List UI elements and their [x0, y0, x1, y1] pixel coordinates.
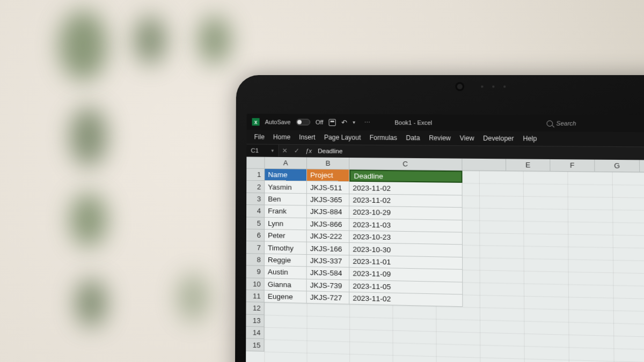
cell-C2[interactable]: 2023-11-02 — [349, 182, 462, 195]
cell-B5[interactable]: JKJS-866 — [307, 218, 349, 231]
cell-A6[interactable]: Peter — [265, 230, 307, 242]
select-all-corner[interactable] — [246, 157, 265, 168]
cell-B9[interactable]: JKJS-584 — [307, 267, 350, 280]
tab-page-layout[interactable]: Page Layout — [324, 134, 361, 142]
excel-logo-icon — [252, 118, 260, 125]
col-header-F[interactable]: F — [550, 159, 595, 172]
search-icon — [547, 120, 553, 126]
col-header-D[interactable] — [462, 159, 506, 171]
cell-A2[interactable]: Yasmin — [265, 181, 307, 194]
row-header-3[interactable]: 3 — [246, 193, 265, 205]
cell-C11[interactable]: 2023-11-02 — [349, 292, 463, 307]
cell-A11[interactable]: Eugene — [265, 291, 307, 304]
cell-C4[interactable]: 2023-10-29 — [349, 206, 463, 220]
col-header-B[interactable]: B — [307, 157, 349, 169]
row-header-10[interactable]: 10 — [246, 278, 265, 290]
laptop: AutoSave Off ↶ ▾ ⋯ Book1 - Excel Search … — [235, 75, 644, 362]
col-header-G[interactable]: G — [595, 160, 640, 173]
row-header-9[interactable]: 9 — [246, 265, 265, 278]
cell-B6[interactable]: JKJS-222 — [307, 230, 349, 243]
cell-B10[interactable]: JKJS-739 — [307, 279, 350, 292]
row-header-11[interactable]: 11 — [246, 290, 265, 302]
undo-dropdown-icon[interactable]: ▾ — [353, 120, 355, 125]
cell-B4[interactable]: JKJS-884 — [307, 206, 349, 219]
undo-icon[interactable]: ↶ — [341, 118, 347, 126]
tab-data[interactable]: Data — [406, 134, 420, 142]
row-header-13[interactable]: 13 — [246, 314, 264, 327]
webcam — [457, 84, 463, 89]
cells: Name Project Deadline YasminJKJS-5112023… — [265, 169, 463, 307]
autosave-label: AutoSave — [265, 119, 291, 125]
cell-B3[interactable]: JKJS-365 — [307, 194, 349, 206]
document-title: Book1 - Excel — [394, 119, 432, 126]
row-header-5[interactable]: 5 — [246, 217, 265, 230]
row-headers: 123456789101112131415 — [246, 169, 265, 352]
row-header-15[interactable]: 15 — [246, 339, 264, 352]
col-header-C[interactable]: C — [349, 158, 462, 171]
screen: AutoSave Off ↶ ▾ ⋯ Book1 - Excel Search … — [246, 114, 644, 362]
cell-B8[interactable]: JKJS-337 — [307, 255, 349, 268]
cell-C6[interactable]: 2023-10-23 — [349, 231, 463, 245]
title-bar: AutoSave Off ↶ ▾ ⋯ Book1 - Excel Search — [247, 114, 644, 132]
row-header-2[interactable]: 2 — [246, 181, 265, 193]
cell-A9[interactable]: Austin — [265, 266, 307, 279]
fx-icon[interactable]: ƒx — [303, 147, 314, 154]
cell-B1[interactable]: Project — [307, 169, 349, 182]
cell-B2[interactable]: JKJS-511 — [307, 181, 349, 194]
save-icon[interactable] — [329, 119, 336, 125]
formula-value[interactable]: Deadline — [314, 147, 342, 154]
cell-A5[interactable]: Lynn — [265, 217, 307, 230]
qat-overflow-icon[interactable]: ⋯ — [364, 119, 370, 126]
row-header-8[interactable]: 8 — [246, 254, 265, 266]
tab-review[interactable]: Review — [429, 134, 451, 142]
cell-B7[interactable]: JKJS-166 — [307, 242, 349, 255]
tab-file[interactable]: File — [254, 133, 264, 141]
tab-developer[interactable]: Developer — [483, 135, 514, 143]
laptop-bezel: AutoSave Off ↶ ▾ ⋯ Book1 - Excel Search … — [235, 75, 644, 362]
cell-C3[interactable]: 2023-11-02 — [349, 194, 463, 208]
cell-A10[interactable]: Gianna — [265, 278, 307, 291]
cell-A7[interactable]: Timothy — [265, 242, 307, 255]
tab-insert[interactable]: Insert — [299, 134, 315, 141]
tab-help[interactable]: Help — [523, 135, 537, 143]
enter-icon[interactable]: ✓ — [291, 147, 303, 154]
cell-A4[interactable]: Frank — [265, 205, 307, 218]
row-header-12[interactable]: 12 — [246, 302, 264, 315]
cell-A1[interactable]: Name — [265, 169, 307, 181]
row-header-14[interactable]: 14 — [246, 327, 264, 339]
row-header-1[interactable]: 1 — [246, 169, 265, 181]
cell-C5[interactable]: 2023-11-03 — [349, 219, 463, 233]
col-header-H[interactable]: H — [640, 160, 644, 173]
col-header-A[interactable]: A — [265, 157, 307, 169]
cancel-icon[interactable]: ✕ — [279, 147, 291, 154]
tab-formulas[interactable]: Formulas — [370, 134, 397, 142]
cell-C1[interactable]: Deadline — [349, 169, 462, 183]
cell-B11[interactable]: JKJS-727 — [307, 291, 350, 305]
row-header-6[interactable]: 6 — [246, 230, 265, 242]
autosave-state: Off — [316, 119, 324, 125]
cell-A8[interactable]: Reggie — [265, 254, 307, 267]
autosave-toggle[interactable] — [296, 119, 310, 125]
name-box[interactable]: C1▾ — [246, 144, 279, 157]
search-box[interactable]: Search — [547, 120, 576, 127]
tab-view[interactable]: View — [460, 135, 474, 143]
row-header-4[interactable]: 4 — [246, 205, 265, 217]
search-placeholder: Search — [557, 120, 576, 127]
row-header-7[interactable]: 7 — [246, 241, 265, 254]
tab-home[interactable]: Home — [273, 134, 290, 141]
cell-A3[interactable]: Ben — [265, 193, 307, 206]
col-header-E[interactable]: E — [506, 159, 550, 171]
spreadsheet-grid[interactable]: A B C E F G H 123456789101112131415 Name… — [246, 157, 644, 362]
